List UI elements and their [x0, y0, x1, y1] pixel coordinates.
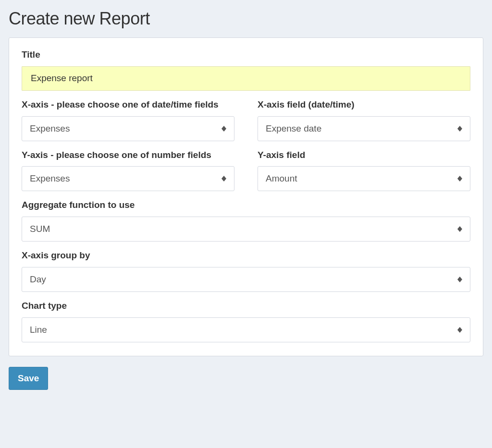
- group-by-value: Day: [30, 274, 454, 285]
- chevron-updown-icon: [457, 277, 462, 282]
- y-axis-field-value: Amount: [266, 173, 454, 184]
- aggregate-value: SUM: [30, 224, 454, 234]
- y-axis-field-select[interactable]: Amount: [258, 166, 470, 191]
- x-axis-crud-value: Expenses: [30, 123, 218, 134]
- x-axis-crud-label: X-axis - please choose one of date/time …: [22, 99, 234, 110]
- title-label: Title: [22, 49, 470, 61]
- group-by-select[interactable]: Day: [22, 267, 470, 292]
- y-axis-crud-select[interactable]: Expenses: [22, 166, 234, 191]
- x-axis-field-label: X-axis field (date/time): [258, 99, 470, 110]
- aggregate-select[interactable]: SUM: [22, 217, 470, 242]
- svg-marker-1: [221, 129, 226, 132]
- y-axis-field-label: Y-axis field: [258, 150, 470, 161]
- svg-marker-11: [457, 279, 462, 282]
- x-axis-field-select[interactable]: Expense date: [258, 116, 470, 141]
- chevron-updown-icon: [457, 327, 462, 333]
- y-axis-crud-value: Expenses: [30, 173, 218, 184]
- chevron-updown-icon: [457, 226, 462, 232]
- svg-marker-5: [221, 179, 226, 182]
- svg-marker-7: [457, 179, 462, 182]
- chevron-updown-icon: [457, 176, 462, 182]
- x-axis-crud-select[interactable]: Expenses: [22, 116, 234, 141]
- y-axis-crud-label: Y-axis - please choose one of number fie…: [22, 150, 234, 161]
- page-title: Create new Report: [9, 9, 483, 29]
- chevron-updown-icon: [221, 126, 226, 132]
- aggregate-label: Aggregate function to use: [22, 200, 470, 211]
- save-button[interactable]: Save: [9, 367, 48, 390]
- chevron-updown-icon: [457, 126, 462, 132]
- report-form-panel: Title X-axis - please choose one of date…: [9, 37, 483, 356]
- chart-type-select[interactable]: Line: [22, 317, 470, 342]
- chevron-updown-icon: [221, 176, 226, 182]
- chart-type-value: Line: [30, 325, 454, 335]
- svg-marker-9: [457, 229, 462, 232]
- svg-marker-3: [457, 129, 462, 132]
- title-input[interactable]: [22, 66, 470, 91]
- chart-type-label: Chart type: [22, 301, 470, 312]
- svg-marker-13: [457, 330, 462, 333]
- group-by-label: X-axis group by: [22, 250, 470, 261]
- x-axis-field-value: Expense date: [266, 123, 454, 134]
